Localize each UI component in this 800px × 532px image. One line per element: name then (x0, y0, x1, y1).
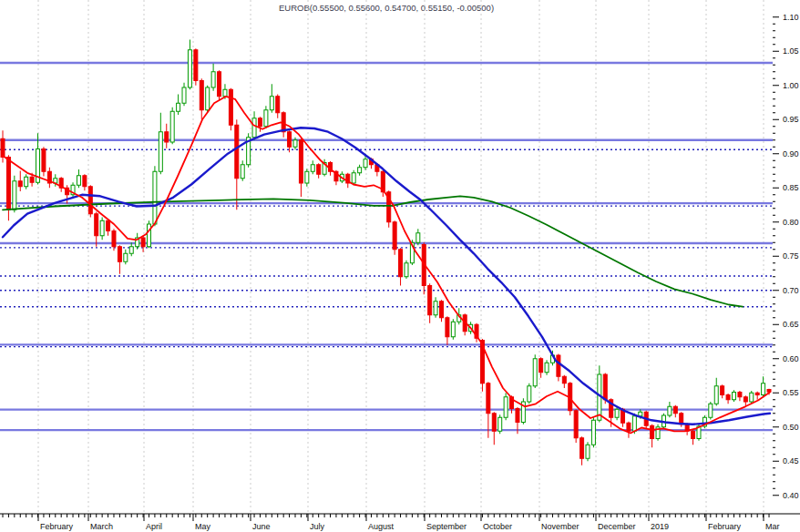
x-axis-month-label: October (483, 522, 512, 531)
y-axis-price-label: 0.80 (783, 218, 799, 227)
x-axis-month-label: 2019 (651, 522, 669, 531)
y-axis-price-label: 1.00 (783, 81, 799, 90)
price-chart-svg[interactable]: FebruaryMarchAprilMayJuneJulyAugustSepte… (0, 0, 800, 532)
x-axis-month-label: Mar (765, 522, 780, 531)
x-axis: FebruaryMarchAprilMayJuneJulyAugustSepte… (0, 514, 800, 531)
x-axis-month-label: March (90, 522, 113, 531)
y-axis-price-label: 0.95 (783, 115, 799, 124)
y-axis-price-label: 0.50 (783, 423, 799, 432)
x-axis-month-label: September (426, 522, 467, 531)
y-axis: 1.101.051.000.950.900.850.800.750.700.65… (773, 13, 799, 500)
y-axis-price-label: 1.10 (783, 13, 799, 22)
y-axis-price-label: 0.75 (783, 251, 799, 261)
y-axis-price-label: 0.45 (783, 456, 799, 466)
x-axis-month-label: August (368, 522, 395, 531)
chart-window: EUROB(0.55500, 0.55600, 0.54700, 0.55150… (0, 0, 800, 532)
x-axis-month-label: February (708, 522, 742, 531)
y-axis-price-label: 0.55 (783, 388, 799, 397)
y-axis-price-label: 1.05 (783, 46, 799, 56)
x-axis-month-label: June (252, 522, 271, 531)
slow-ma (3, 196, 743, 306)
x-axis-month-label: July (310, 522, 325, 531)
dotted-level-lines (0, 149, 773, 346)
fast-ma (3, 97, 770, 434)
medium-ma (3, 128, 770, 425)
y-axis-price-label: 0.90 (783, 149, 799, 159)
y-axis-price-label: 0.40 (783, 491, 799, 500)
y-axis-price-label: 0.65 (783, 320, 799, 329)
y-axis-price-label: 0.60 (783, 354, 799, 363)
x-axis-month-label: December (598, 522, 636, 531)
x-axis-month-label: February (40, 522, 74, 531)
candlestick-series (1, 40, 771, 466)
x-axis-month-label: November (541, 522, 579, 531)
y-axis-price-label: 0.85 (783, 183, 799, 192)
x-axis-month-label: April (146, 522, 162, 531)
x-axis-month-label: May (195, 522, 211, 531)
y-axis-price-label: 0.70 (783, 286, 799, 295)
